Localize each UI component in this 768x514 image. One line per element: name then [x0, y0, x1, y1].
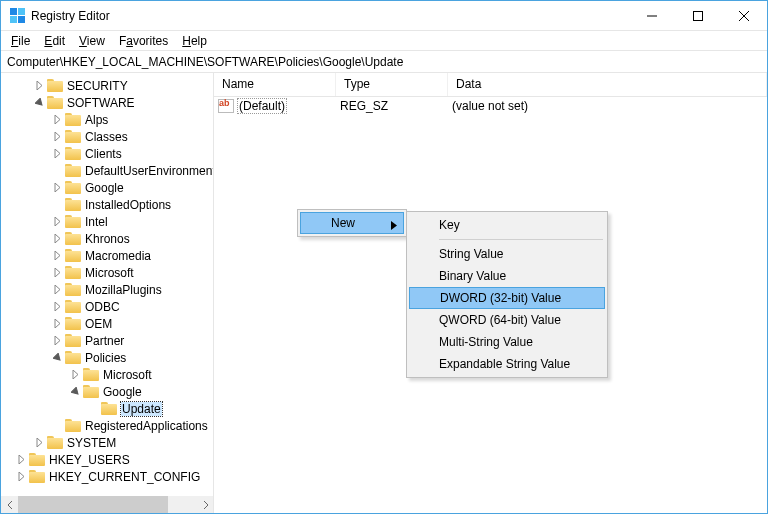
regedit-window: Registry Editor File Edit View Favorites… [0, 0, 768, 514]
menubar: File Edit View Favorites Help [1, 31, 767, 51]
maximize-button[interactable] [675, 1, 721, 30]
tree-item-security[interactable]: SECURITY [1, 77, 213, 94]
menu-item-new[interactable]: New [300, 212, 404, 234]
tree-item-alps[interactable]: Alps [1, 111, 213, 128]
context-menu-new-types: Key String Value Binary Value DWORD (32-… [406, 211, 608, 378]
folder-icon [101, 402, 117, 415]
expand-icon[interactable] [51, 318, 63, 330]
value-row-default[interactable]: (Default) REG_SZ (value not set) [214, 97, 767, 115]
tree-item-policies-microsoft[interactable]: Microsoft [1, 366, 213, 383]
folder-icon [65, 215, 81, 228]
collapse-icon[interactable] [33, 97, 45, 109]
tree-item-classes[interactable]: Classes [1, 128, 213, 145]
folder-icon [65, 232, 81, 245]
tree-item-system[interactable]: SYSTEM [1, 434, 213, 451]
tree-item-defaultuserenv[interactable]: DefaultUserEnvironment [1, 162, 213, 179]
folder-icon [29, 470, 45, 483]
expand-icon[interactable] [51, 250, 63, 262]
column-type[interactable]: Type [336, 73, 448, 96]
tree-item-partner[interactable]: Partner [1, 332, 213, 349]
folder-icon [65, 164, 81, 177]
menu-item-qword-value[interactable]: QWORD (64-bit) Value [409, 309, 605, 331]
address-text: Computer\HKEY_LOCAL_MACHINE\SOFTWARE\Pol… [7, 55, 403, 69]
close-button[interactable] [721, 1, 767, 30]
tree-item-hkey-current-config[interactable]: HKEY_CURRENT_CONFIG [1, 468, 213, 485]
tree-item-hkey-users[interactable]: HKEY_USERS [1, 451, 213, 468]
tree-item-odbc[interactable]: ODBC [1, 298, 213, 315]
scroll-right-button[interactable] [197, 496, 214, 513]
tree-item-policies-google[interactable]: Google [1, 383, 213, 400]
expand-icon[interactable] [51, 182, 63, 194]
tree-item-google[interactable]: Google [1, 179, 213, 196]
folder-icon [65, 283, 81, 296]
expand-icon[interactable] [51, 216, 63, 228]
tree-item-installedoptions[interactable]: InstalledOptions [1, 196, 213, 213]
menu-file[interactable]: File [5, 33, 36, 49]
tree-pane[interactable]: SECURITY SOFTWARE Alps Classes Clients D… [1, 73, 214, 513]
expand-icon[interactable] [51, 284, 63, 296]
expand-icon[interactable] [33, 437, 45, 449]
tree-item-policies[interactable]: Policies [1, 349, 213, 366]
expand-icon[interactable] [51, 267, 63, 279]
tree-item-clients[interactable]: Clients [1, 145, 213, 162]
menu-item-string-value[interactable]: String Value [409, 243, 605, 265]
menu-separator [439, 239, 603, 240]
tree-item-intel[interactable]: Intel [1, 213, 213, 230]
expand-icon[interactable] [15, 471, 27, 483]
expand-icon[interactable] [15, 454, 27, 466]
scroll-left-button[interactable] [1, 496, 18, 513]
tree-item-microsoft[interactable]: Microsoft [1, 264, 213, 281]
tree-item-registeredapps[interactable]: RegisteredApplications [1, 417, 213, 434]
scroll-track[interactable] [18, 496, 197, 513]
value-type: REG_SZ [340, 99, 452, 113]
folder-icon [83, 368, 99, 381]
tree-item-khronos[interactable]: Khronos [1, 230, 213, 247]
column-data[interactable]: Data [448, 73, 767, 96]
folder-icon [83, 385, 99, 398]
collapse-icon[interactable] [51, 352, 63, 364]
folder-icon [65, 130, 81, 143]
expand-icon[interactable] [69, 369, 81, 381]
svg-rect-1 [694, 11, 703, 20]
expand-icon[interactable] [51, 131, 63, 143]
tree-item-update[interactable]: Update [1, 400, 213, 417]
tree-item-oem[interactable]: OEM [1, 315, 213, 332]
expand-icon[interactable] [51, 233, 63, 245]
tree-item-mozillaplugins[interactable]: MozillaPlugins [1, 281, 213, 298]
folder-icon [65, 147, 81, 160]
folder-icon [65, 113, 81, 126]
scroll-thumb[interactable] [18, 496, 168, 513]
window-title: Registry Editor [31, 9, 629, 23]
folder-icon [29, 453, 45, 466]
expand-icon[interactable] [51, 148, 63, 160]
address-bar[interactable]: Computer\HKEY_LOCAL_MACHINE\SOFTWARE\Pol… [1, 51, 767, 73]
menu-edit[interactable]: Edit [38, 33, 71, 49]
folder-icon [65, 249, 81, 262]
menu-item-expandablestring-value[interactable]: Expandable String Value [409, 353, 605, 375]
collapse-icon[interactable] [69, 386, 81, 398]
regedit-icon [9, 8, 25, 24]
menu-item-multistring-value[interactable]: Multi-String Value [409, 331, 605, 353]
tree-item-macromedia[interactable]: Macromedia [1, 247, 213, 264]
folder-icon [65, 317, 81, 330]
menu-view[interactable]: View [73, 33, 111, 49]
tree-horizontal-scrollbar[interactable] [1, 496, 214, 513]
tree-item-software[interactable]: SOFTWARE [1, 94, 213, 111]
body-panes: SECURITY SOFTWARE Alps Classes Clients D… [1, 73, 767, 513]
titlebar: Registry Editor [1, 1, 767, 31]
context-menu-new: New [297, 209, 407, 237]
menu-item-dword-value[interactable]: DWORD (32-bit) Value [409, 287, 605, 309]
expand-icon[interactable] [51, 335, 63, 347]
menu-favorites[interactable]: Favorites [113, 33, 174, 49]
menu-item-binary-value[interactable]: Binary Value [409, 265, 605, 287]
expand-icon[interactable] [51, 301, 63, 313]
expand-icon[interactable] [51, 114, 63, 126]
menu-item-key[interactable]: Key [409, 214, 605, 236]
folder-icon [65, 181, 81, 194]
menu-item-label: New [331, 216, 355, 230]
expand-icon[interactable] [33, 80, 45, 92]
minimize-button[interactable] [629, 1, 675, 30]
column-name[interactable]: Name [214, 73, 336, 96]
value-name: (Default) [238, 99, 340, 113]
menu-help[interactable]: Help [176, 33, 213, 49]
